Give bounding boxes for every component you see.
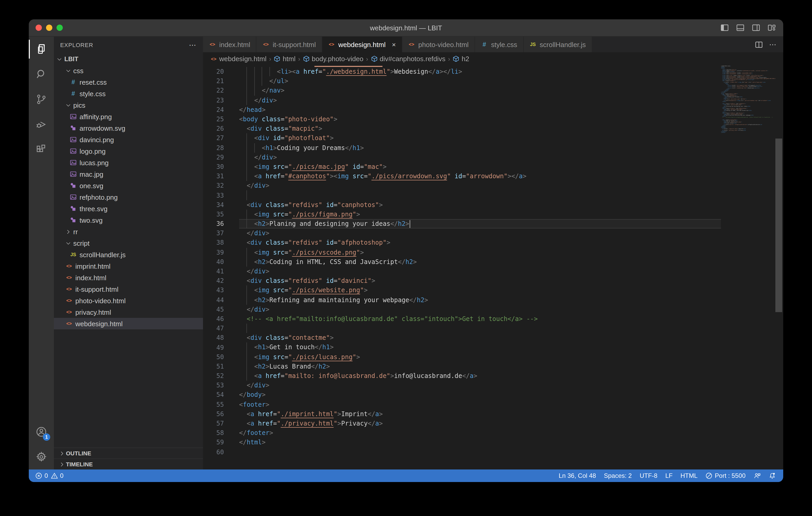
forwarded-port[interactable]: Port : 5500 xyxy=(705,472,746,479)
tree-item-rr[interactable]: rr xyxy=(54,226,203,237)
tree-item-imprint-html[interactable]: <>imprint.html xyxy=(54,260,203,272)
split-editor-icon[interactable] xyxy=(755,40,763,48)
code-line-31[interactable]: 31 <a href="#canphotos"><img src="./pics… xyxy=(203,172,783,181)
code-line-48[interactable]: 48 <div class="contactme"> xyxy=(203,333,783,343)
code-line-30[interactable]: 30 <img src="./pics/mac.jpg" id="mac"> xyxy=(203,162,783,172)
code-line-49[interactable]: 49 <h1>Get in touch</h1> xyxy=(203,343,783,352)
zoom-window-button[interactable] xyxy=(57,25,63,31)
code-line-39[interactable]: 39 <img src="./pics/vscode.png"> xyxy=(203,247,783,257)
toggle-sidebar-icon[interactable] xyxy=(720,24,729,32)
minimap[interactable]: <!DOCTYPE html><html><head> <meta charse… xyxy=(721,65,775,469)
tab-webdesign-html[interactable]: <>webdesign.html× xyxy=(322,37,402,52)
explorer-icon[interactable] xyxy=(29,37,54,62)
accounts-icon[interactable]: 1 xyxy=(29,419,54,444)
tree-item-script[interactable]: script xyxy=(54,237,203,249)
code-line-59[interactable]: 59</html> xyxy=(203,438,783,447)
explorer-more-actions-icon[interactable]: ⋯ xyxy=(189,41,197,49)
notifications-bell[interactable] xyxy=(768,472,776,479)
tab-scrollhandler-js[interactable]: JSscrollHandler.js xyxy=(523,37,592,52)
code-line-60[interactable]: 60 xyxy=(203,447,783,457)
code-line-37[interactable]: 37 </div> xyxy=(203,229,783,238)
code-line-47[interactable]: 47 xyxy=(203,324,783,333)
code-line-58[interactable]: 58</footer> xyxy=(203,428,783,437)
tree-item-mac-jpg[interactable]: mac.jpg xyxy=(54,168,203,180)
tree-item-pics[interactable]: pics xyxy=(54,99,203,111)
code-line-23[interactable]: 23 </div> xyxy=(203,95,783,105)
tree-item-two-svg[interactable]: two.svg xyxy=(54,214,203,226)
breadcrumb-item[interactable]: html xyxy=(274,55,296,63)
tab-style-css[interactable]: #style.css xyxy=(475,37,523,52)
code-editor[interactable]: 20 <li><a href="./webdesign.html">Webdes… xyxy=(203,65,783,469)
code-line-27[interactable]: 27 <div id="photofloat"> xyxy=(203,133,783,143)
title-bar[interactable]: webdesign.html — LBIT xyxy=(29,19,783,37)
tab-index-html[interactable]: <>index.html xyxy=(203,37,257,52)
tree-item-lucas-png[interactable]: lucas.png xyxy=(54,157,203,168)
close-window-button[interactable] xyxy=(36,25,42,31)
code-line-22[interactable]: 22 </nav> xyxy=(203,86,783,95)
tree-item-index-html[interactable]: <>index.html xyxy=(54,272,203,283)
code-line-25[interactable]: 25<body class="photo-video"> xyxy=(203,115,783,124)
customize-layout-icon[interactable] xyxy=(767,24,776,32)
warnings-count[interactable]: 0 xyxy=(51,472,63,479)
language-mode[interactable]: HTML xyxy=(680,472,697,479)
tree-item-photo-video-html[interactable]: <>photo-video.html xyxy=(54,295,203,306)
tree-item-one-svg[interactable]: one.svg xyxy=(54,180,203,191)
code-line-53[interactable]: 53 </div> xyxy=(203,381,783,390)
code-line-55[interactable]: 55<footer> xyxy=(203,400,783,409)
tree-root-lbit[interactable]: LBIT xyxy=(54,53,203,65)
section-timeline[interactable]: TIMELINE xyxy=(54,458,203,469)
indentation[interactable]: Spaces: 2 xyxy=(604,472,632,479)
search-icon[interactable] xyxy=(29,62,54,87)
code-line-34[interactable]: 34 <div class="refdivs" id="canphotos"> xyxy=(203,200,783,209)
tab-photo-video-html[interactable]: <>photo-video.html xyxy=(402,37,475,52)
code-line-42[interactable]: 42 <div class="refdivs" id="davinci"> xyxy=(203,276,783,285)
code-line-26[interactable]: 26 <div class="macpic"> xyxy=(203,124,783,133)
tree-item-privacy-html[interactable]: <>privacy.html xyxy=(54,306,203,318)
code-line-46[interactable]: 46 <!-- <a href="mailto:info@lucasbrand.… xyxy=(203,314,783,324)
breadcrumb-item[interactable]: div#canphotos.refdivs xyxy=(371,55,445,63)
code-line-33[interactable]: 33 xyxy=(203,190,783,200)
code-line-50[interactable]: 50 <img src="./pics/lucas.png"> xyxy=(203,352,783,362)
tree-item-logo-png[interactable]: logo.png xyxy=(54,145,203,157)
extensions-icon[interactable] xyxy=(29,137,54,162)
tree-item-css[interactable]: css xyxy=(54,65,203,76)
tree-item-it-support-html[interactable]: <>it-support.html xyxy=(54,283,203,295)
code-line-45[interactable]: 45 </div> xyxy=(203,305,783,314)
code-line-41[interactable]: 41 </div> xyxy=(203,267,783,276)
code-line-38[interactable]: 38 <div class="refdivs" id="afphotoshop"… xyxy=(203,238,783,247)
encoding[interactable]: UTF-8 xyxy=(640,472,658,479)
tree-item-webdesign-html[interactable]: <>webdesign.html xyxy=(54,318,203,329)
code-line-24[interactable]: 24</head> xyxy=(203,105,783,115)
code-line-36[interactable]: 36 <h2>Planing and designing your ideas<… xyxy=(203,219,783,229)
minimize-window-button[interactable] xyxy=(46,25,52,31)
editor-scrollbar[interactable] xyxy=(775,139,782,312)
code-line-35[interactable]: 35 <img src="./pics/figma.png"> xyxy=(203,210,783,219)
eol[interactable]: LF xyxy=(665,472,673,479)
feedback[interactable] xyxy=(753,472,761,479)
breadcrumb-item[interactable]: <>webdesign.html xyxy=(210,55,267,63)
cursor-position[interactable]: Ln 36, Col 48 xyxy=(559,472,596,479)
toggle-panel-icon[interactable] xyxy=(736,24,745,32)
run-debug-icon[interactable] xyxy=(29,112,54,137)
tab-it-support-html[interactable]: <>it-support.html xyxy=(257,37,322,52)
breadcrumb-item[interactable]: h2 xyxy=(453,55,469,63)
tree-item-refphoto-png[interactable]: refphoto.png xyxy=(54,191,203,203)
code-line-20[interactable]: 20 <li><a href="./webdesign.html">Webdes… xyxy=(203,67,783,76)
code-line-56[interactable]: 56 <a href="./imprint.html">Imprint</a> xyxy=(203,409,783,419)
tree-item-reset-css[interactable]: #reset.css xyxy=(54,76,203,88)
tree-item-davinci-png[interactable]: davinci.png xyxy=(54,134,203,145)
code-line-52[interactable]: 52 <a href="mailto: info@lucasbrand.de">… xyxy=(203,371,783,381)
code-line-21[interactable]: 21 </ul> xyxy=(203,76,783,86)
tree-item-affinity-png[interactable]: affinity.png xyxy=(54,111,203,122)
tree-item-three-svg[interactable]: three.svg xyxy=(54,203,203,214)
code-line-32[interactable]: 32 </div> xyxy=(203,181,783,190)
tree-item-style-css[interactable]: #style.css xyxy=(54,88,203,99)
close-tab-icon[interactable]: × xyxy=(392,40,396,48)
editor-more-actions-icon[interactable]: ⋯ xyxy=(769,40,777,49)
code-line-51[interactable]: 51 <h2>Lucas Brand</h2> xyxy=(203,362,783,371)
code-line-57[interactable]: 57 <a href="./privacy.html">Privacy</a> xyxy=(203,419,783,428)
settings-icon[interactable] xyxy=(29,444,54,469)
section-outline[interactable]: OUTLINE xyxy=(54,448,203,458)
errors-count[interactable]: 0 xyxy=(35,472,48,479)
code-line-44[interactable]: 44 <h2>Refining and maintaining your web… xyxy=(203,295,783,305)
